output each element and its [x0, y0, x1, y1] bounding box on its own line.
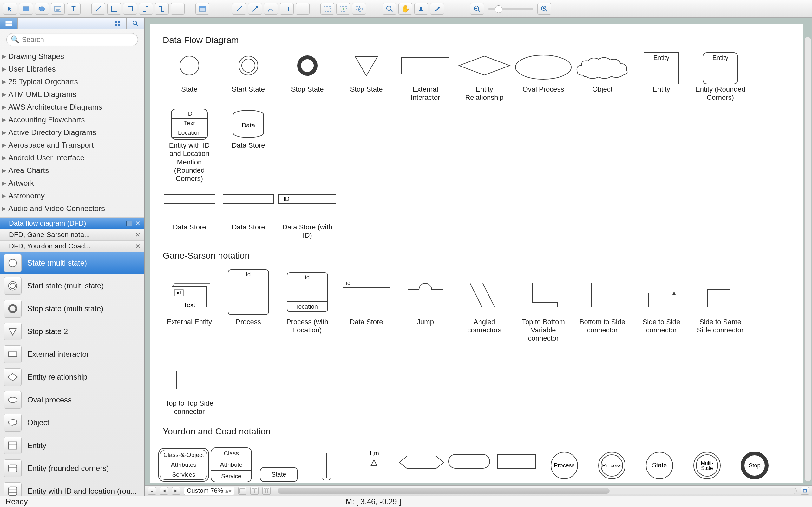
shape-cell[interactable]: Stop State	[281, 53, 334, 102]
shape-cell[interactable]: StateState	[258, 444, 300, 483]
tree-item[interactable]: ▶25 Typical Orgcharts	[0, 75, 144, 88]
connector-3[interactable]	[123, 3, 137, 14]
tree-item[interactable]: ▶Android User Interface	[0, 152, 144, 164]
shape-cell[interactable]: idlocationProcess (with Location)	[281, 268, 334, 343]
rect-tool[interactable]	[19, 3, 33, 14]
shape-item[interactable]: Oval process	[0, 389, 144, 411]
shape-item[interactable]: Entity	[0, 434, 144, 457]
line-tool[interactable]	[232, 3, 246, 14]
ellipse-tool[interactable]	[35, 3, 49, 14]
tree-item[interactable]: ▶AWS Architecture Diagrams	[0, 101, 144, 113]
shape-cell[interactable]: 1,m1Whole-part structure	[353, 444, 395, 483]
zoom-out-button[interactable]	[470, 3, 484, 14]
shape-cell[interactable]: Object	[576, 53, 629, 102]
shape-cell[interactable]: Stop State	[340, 53, 393, 102]
shape-cell[interactable]: ProcessMultiple process	[591, 444, 633, 483]
search-view-icon[interactable]	[126, 18, 144, 29]
shape-item[interactable]: Entity (rounded corners)	[0, 457, 144, 480]
h-scrollbar[interactable]	[277, 488, 797, 494]
tree-item[interactable]: ▶Astronomy	[0, 189, 144, 202]
shape-item[interactable]: Stop state (multi state)	[0, 297, 144, 320]
shape-cell[interactable]: Entity Relationship	[458, 53, 511, 102]
zoom-slider[interactable]	[489, 8, 533, 10]
shape-cell[interactable]: Top to Top Side connector	[163, 350, 216, 416]
connector-2[interactable]	[107, 3, 121, 14]
layout-1[interactable]	[238, 487, 247, 495]
shape-cell[interactable]: idTextExternal Entity	[163, 268, 216, 343]
shape-cell[interactable]: ProcessData process	[543, 444, 585, 483]
shape-cell[interactable]: Side to Side connector	[635, 268, 688, 343]
library-tab[interactable]: DFD, Gane-Sarson nota...✕	[0, 229, 144, 240]
layout-3[interactable]	[262, 487, 270, 495]
tree-item[interactable]: ▶Audio and Video Connectors	[0, 202, 144, 215]
close-icon[interactable]: ✕	[135, 220, 141, 227]
tree-item[interactable]: ▶Active Directory Diagrams	[0, 126, 144, 139]
shape-cell[interactable]: EntityEntity (Rounded Corners)	[694, 53, 747, 102]
eyedropper-tool[interactable]	[430, 3, 444, 14]
cursor-tool[interactable]	[3, 3, 17, 14]
zoom-in-tool[interactable]	[383, 3, 397, 14]
shape-cell[interactable]: State	[163, 53, 216, 102]
shape-cell[interactable]: Oval Process	[517, 53, 570, 102]
shape-item[interactable]: Stop state 2	[0, 320, 144, 343]
panel-tool[interactable]	[195, 3, 209, 14]
select-group[interactable]	[352, 3, 366, 14]
shape-cell[interactable]: idData Store	[340, 268, 393, 343]
shape-item[interactable]: Object	[0, 411, 144, 434]
canvas[interactable]: Data Flow Diagram StateStart StateStop S…	[150, 24, 803, 483]
search-input[interactable]	[6, 33, 138, 46]
spread-tool[interactable]	[296, 3, 310, 14]
shape-cell[interactable]: External interactor	[496, 444, 538, 483]
curve-tool[interactable]	[264, 3, 278, 14]
shape-cell[interactable]: Multi-StateMulti-state	[686, 444, 728, 483]
close-icon[interactable]: ✕	[135, 242, 141, 250]
library-tab-icon[interactable]	[0, 18, 18, 29]
close-icon[interactable]: ✕	[135, 231, 141, 239]
shape-cell[interactable]: Data Store	[222, 191, 275, 240]
shape-cell[interactable]: Condition	[401, 444, 443, 483]
arrow-tool[interactable]	[248, 3, 262, 14]
shape-cell[interactable]: External Interactor	[399, 53, 452, 102]
corner-icon[interactable]: ⊞	[801, 487, 809, 495]
shape-cell[interactable]: Side to Same Side connector	[694, 268, 747, 343]
tree-item[interactable]: ▶Accounting Flowcharts	[0, 113, 144, 126]
shape-cell[interactable]: Generalization and specialization struct…	[305, 444, 347, 483]
tree-item[interactable]: ▶Drawing Shapes	[0, 50, 144, 63]
select-add[interactable]: +	[336, 3, 350, 14]
page-menu[interactable]: ≡	[148, 487, 156, 495]
library-tab[interactable]: DFD, Yourdon and Coad...✕	[0, 240, 144, 251]
zoom-value[interactable]: Custom 76%▴▾	[184, 487, 235, 495]
connector-6[interactable]	[171, 3, 185, 14]
shape-cell[interactable]: ClassAttributeServiceClass	[210, 444, 252, 483]
page-next[interactable]: ►	[172, 487, 180, 495]
shape-cell[interactable]: StateState	[639, 444, 680, 483]
zoom-in-button[interactable]	[537, 3, 551, 14]
shape-cell[interactable]: Top to Bottom Variable connector	[517, 268, 570, 343]
connector-1[interactable]	[91, 3, 105, 14]
shape-item[interactable]: Entity with ID and location (rou...	[0, 480, 144, 496]
shape-cell[interactable]: Loop	[448, 444, 490, 483]
v-scrollbar[interactable]	[804, 37, 811, 482]
shape-cell[interactable]: IDData Store (with ID)	[281, 191, 334, 240]
page-prev[interactable]: ◄	[160, 487, 168, 495]
tree-item[interactable]: ▶User Libraries	[0, 63, 144, 75]
grid-view-icon[interactable]	[109, 18, 126, 29]
text-tool[interactable]: T	[67, 3, 81, 14]
shape-cell[interactable]: Start State	[222, 53, 275, 102]
save-icon[interactable]	[126, 221, 132, 226]
shape-cell[interactable]: Class-&-ObjectAttributesServicesClass an…	[163, 444, 205, 483]
tree-item[interactable]: ▶Area Charts	[0, 164, 144, 177]
shape-cell[interactable]: IDTextLocationEntity with ID and Locatio…	[163, 109, 216, 183]
shape-cell[interactable]: Angled connectors	[458, 268, 511, 343]
connector-4[interactable]	[139, 3, 153, 14]
hand-tool[interactable]: ✋	[398, 3, 412, 14]
shape-cell[interactable]: Jump	[399, 268, 452, 343]
tree-item[interactable]: ▶Aerospace and Transport	[0, 139, 144, 152]
shape-cell[interactable]: EntityEntity	[635, 53, 688, 102]
shape-item[interactable]: External interactor	[0, 343, 144, 366]
shape-cell[interactable]: idProcess	[222, 268, 275, 343]
stamp-tool[interactable]	[414, 3, 428, 14]
layout-2[interactable]	[250, 487, 258, 495]
shape-cell[interactable]: Bottom to Side connector	[576, 268, 629, 343]
content-tool[interactable]	[51, 3, 65, 14]
